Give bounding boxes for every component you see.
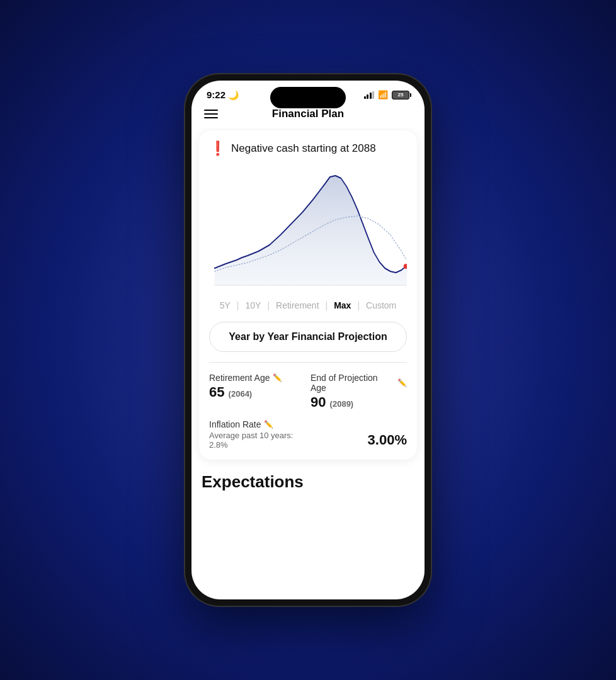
retirement-age-label: Retirement Age ✏️	[209, 373, 305, 383]
phone-frame: 9:22 🌙 📶 25	[185, 74, 431, 606]
time-option-custom[interactable]: Custom	[361, 298, 401, 313]
status-time: 9:22 🌙	[207, 89, 239, 100]
alert-banner: ❗ Negative cash starting at 2088	[209, 142, 407, 156]
end-projection-age-item: End of Projection Age ✏️ 90 (2089)	[311, 373, 407, 411]
year-by-year-button[interactable]: Year by Year Financial Projection	[209, 322, 407, 352]
battery-icon: 25	[392, 91, 409, 99]
page-title: Financial Plan	[272, 108, 344, 120]
inflation-rate-value: 3.00%	[311, 419, 407, 450]
status-bar: 9:22 🌙 📶 25	[191, 81, 425, 105]
inflation-rate-item: Inflation Rate ✏️ Average past 10 years:…	[209, 419, 305, 450]
chart-svg	[209, 164, 407, 290]
time-display: 9:22	[207, 89, 225, 100]
end-projection-age-label: End of Projection Age ✏️	[311, 373, 407, 393]
section-divider	[209, 362, 407, 363]
projection-details: Retirement Age ✏️ 65 (2064) End of Proje…	[209, 373, 407, 450]
status-icons: 📶 25	[364, 90, 410, 99]
alert-icon: ❗	[209, 142, 226, 156]
inflation-edit-icon[interactable]: ✏️	[264, 420, 273, 429]
retirement-age-edit-icon[interactable]: ✏️	[273, 373, 282, 382]
moon-icon: 🌙	[228, 90, 239, 100]
menu-button[interactable]	[204, 110, 218, 118]
dynamic-island	[270, 87, 346, 108]
inflation-rate-sub: Average past 10 years: 2.8%	[209, 431, 305, 450]
main-card: ❗ Negative cash starting at 2088	[199, 130, 417, 460]
scroll-content[interactable]: ❗ Negative cash starting at 2088	[191, 128, 425, 599]
phone-screen: 9:22 🌙 📶 25	[191, 81, 425, 599]
time-option-max[interactable]: Max	[329, 298, 356, 313]
alert-text: Negative cash starting at 2088	[231, 142, 376, 155]
wifi-icon: 📶	[378, 90, 388, 99]
expectations-title: Expectations	[202, 472, 414, 492]
retirement-age-value: 65 (2064)	[209, 384, 305, 400]
financial-chart[interactable]	[209, 164, 407, 290]
time-option-retirement[interactable]: Retirement	[271, 298, 324, 313]
inflation-rate-label: Inflation Rate ✏️	[209, 419, 305, 429]
nav-bar: Financial Plan	[191, 105, 425, 128]
signal-icon	[364, 91, 375, 99]
time-option-10y[interactable]: 10Y	[240, 298, 266, 313]
chart-fill-area	[215, 176, 407, 285]
end-projection-edit-icon[interactable]: ✏️	[397, 378, 407, 387]
expectations-section: Expectations	[191, 460, 425, 498]
time-option-5y[interactable]: 5Y	[215, 298, 236, 313]
battery-level: 25	[398, 92, 404, 98]
retirement-age-item: Retirement Age ✏️ 65 (2064)	[209, 373, 305, 411]
end-projection-age-value: 90 (2089)	[311, 394, 407, 411]
time-range-selector: 5Y | 10Y | Retirement | Max | Custom	[209, 298, 407, 313]
